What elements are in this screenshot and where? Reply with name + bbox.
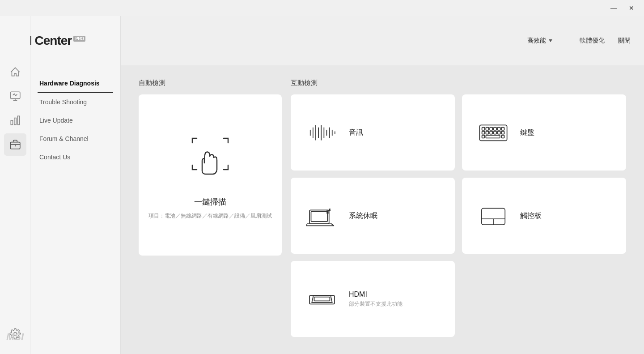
svg-rect-34: [486, 135, 500, 138]
svg-rect-3: [17, 116, 19, 125]
svg-rect-32: [501, 131, 504, 134]
title-bar: — ✕: [0, 0, 644, 16]
svg-rect-2: [14, 118, 16, 125]
top-close-link[interactable]: 關閉: [618, 37, 631, 45]
keyboard-label: 鍵盤: [520, 128, 534, 137]
auto-detect-section: 自動檢測 一鍵掃描 項目：電池／無線網路／有線網路／設備／風扇測試: [139, 79, 282, 337]
touchpad-card[interactable]: 觸控板: [462, 178, 626, 254]
auto-detect-title: 自動檢測: [139, 79, 282, 87]
minimize-button[interactable]: —: [605, 1, 623, 15]
touchpad-label: 觸控板: [520, 211, 542, 221]
scan-icon: [183, 129, 237, 189]
svg-rect-26: [501, 127, 504, 130]
hdmi-sublabel: 部分裝置不支援此功能: [349, 300, 402, 308]
audio-label: 音訊: [349, 128, 363, 137]
msi-logo-bottom: MSI: [0, 327, 30, 345]
svg-rect-44: [314, 297, 330, 301]
chevron-down-icon: [549, 39, 552, 42]
audio-card[interactable]: 音訊: [291, 94, 455, 171]
svg-text:Z: Z: [327, 210, 329, 213]
sidebar-item-home[interactable]: [4, 61, 26, 83]
auto-detect-card-title: 一鍵掃描: [194, 196, 226, 207]
cards-grid: 音訊: [291, 94, 626, 337]
svg-rect-22: [486, 127, 488, 130]
svg-text:z: z: [329, 208, 330, 211]
keyboard-card[interactable]: 鍵盤: [462, 94, 626, 171]
sidebar-narrow: MSI: [0, 16, 30, 354]
software-optimize-label: 軟體優化: [580, 37, 605, 45]
svg-rect-28: [486, 131, 488, 134]
audio-icon: [304, 119, 340, 146]
performance-label: 高效能: [527, 37, 546, 45]
menu-item-trouble-shooting[interactable]: Trouble Shooting: [38, 93, 113, 111]
svg-text:MSI: MSI: [6, 331, 24, 342]
hdmi-icon: [304, 286, 340, 312]
content-row: 自動檢測 一鍵掃描 項目：電池／無線網路／有線網路／設備／風扇測試: [139, 79, 626, 337]
svg-rect-30: [494, 131, 496, 134]
sidebar-item-stats[interactable]: [4, 109, 26, 132]
svg-rect-21: [482, 127, 485, 130]
keyboard-icon: [475, 119, 511, 146]
hdmi-label: HDMI: [349, 290, 402, 299]
sleep-card[interactable]: Z z 系統休眠: [291, 178, 455, 254]
top-bar-divider: [566, 36, 566, 45]
svg-rect-29: [490, 131, 492, 134]
svg-rect-27: [482, 131, 485, 134]
svg-rect-31: [498, 131, 500, 134]
menu-item-hardware-diagnosis[interactable]: Hardware Diagnosis: [38, 74, 113, 93]
svg-rect-35: [501, 135, 504, 138]
menu-item-contact-us[interactable]: Contact Us: [38, 148, 113, 166]
svg-rect-1: [11, 120, 13, 125]
top-bar: 高效能 軟體優化 關閉: [121, 16, 644, 65]
hdmi-card[interactable]: HDMI 部分裝置不支援此功能: [291, 261, 455, 337]
touchpad-icon: [475, 202, 511, 229]
svg-rect-24: [494, 127, 496, 130]
interactive-title: 互動檢測: [291, 79, 626, 87]
top-close-label: 關閉: [618, 37, 631, 45]
close-button[interactable]: ✕: [623, 1, 640, 15]
sleep-label: 系統休眠: [349, 211, 377, 221]
sidebar-item-tools[interactable]: [4, 133, 26, 156]
main-content: 自動檢測 一鍵掃描 項目：電池／無線網路／有線網路／設備／風扇測試: [121, 65, 644, 354]
menu-item-live-update[interactable]: Live Update: [38, 111, 113, 130]
pro-badge: PRO: [73, 36, 85, 42]
software-optimize-link[interactable]: 軟體優化: [580, 37, 605, 45]
svg-rect-37: [311, 211, 328, 221]
auto-detect-card-desc: 項目：電池／無線網路／有線網路／設備／風扇測試: [148, 212, 272, 220]
sleep-icon: Z z: [304, 202, 340, 229]
menu-item-forum-channel[interactable]: Forum & Channel: [38, 130, 113, 148]
svg-rect-33: [482, 135, 485, 138]
interactive-section: 互動檢測: [291, 79, 626, 337]
svg-rect-23: [490, 127, 492, 130]
performance-selector[interactable]: 高效能: [527, 37, 552, 45]
sidebar-item-monitor[interactable]: [4, 85, 26, 107]
auto-detect-card[interactable]: 一鍵掃描 項目：電池／無線網路／有線網路／設備／風扇測試: [139, 94, 282, 256]
menu-panel: Hardware Diagnosis Trouble Shooting Live…: [30, 65, 121, 354]
svg-rect-25: [498, 127, 500, 130]
